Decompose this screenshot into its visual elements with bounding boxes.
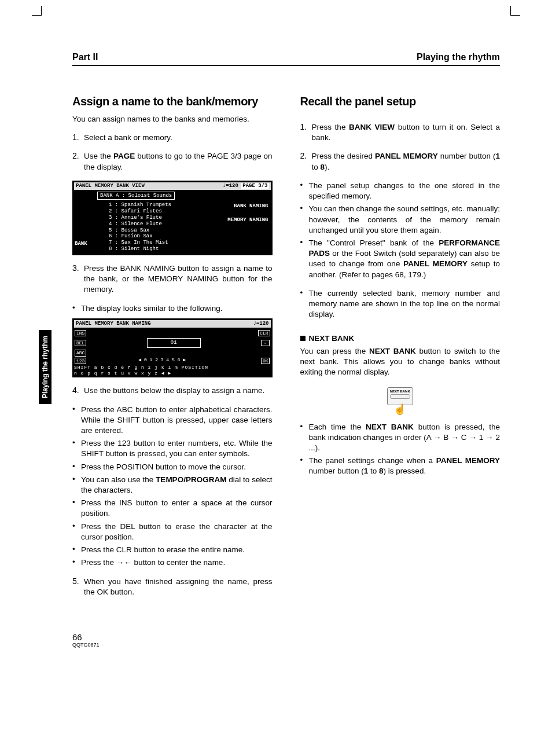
page-number: 66 — [72, 632, 273, 642]
bullet-text: Press the ABC button to enter alphabetic… — [81, 405, 273, 436]
section-title-recall: Recall the panel setup — [300, 95, 501, 108]
bullet-text: The currently selected bank, memory numb… — [309, 288, 501, 320]
section-title-assign: Assign a name to the bank/memory — [72, 95, 273, 108]
bullet-text: The panel settings change when a PANEL M… — [309, 456, 501, 476]
document-id: QQTG0671 — [72, 642, 273, 648]
square-icon — [300, 336, 306, 341]
step-2-body: Use the PAGE buttons to go to the PAGE 3… — [84, 151, 273, 172]
step-number: 1. — [300, 122, 312, 143]
next-bank-figure: NEXT BANK ☝ — [300, 386, 501, 413]
step-1-body: Select a bank or memory. — [84, 133, 273, 143]
right-column: Recall the panel setup 1. Press the BANK… — [300, 95, 501, 648]
bullet-text: You can also use the TEMPO/PROGRAM dial … — [81, 475, 273, 496]
bullet-text: Press the DEL button to erase the charac… — [81, 522, 273, 542]
bullet-text: Press the →← button to center the name. — [81, 557, 273, 568]
step-number: 1. — [72, 133, 84, 143]
hand-icon: ☝ — [300, 405, 501, 413]
page-header: Part II Playing the rhythm — [72, 52, 500, 66]
step-number: 2. — [300, 151, 312, 172]
step-4-body: Use the buttons below the display to ass… — [84, 386, 273, 396]
intro-text: You can assign names to the banks and me… — [72, 114, 273, 124]
header-right: Playing the rhythm — [417, 52, 500, 63]
next-bank-heading: NEXT BANK — [300, 334, 501, 343]
bullet-text: The display looks similar to the followi… — [81, 303, 273, 314]
screen-bank-naming: PANEL MEMORY BANK NAMING ♩=120 INS CLR D… — [72, 318, 273, 378]
bullet-text: You can then change the sound settings, … — [309, 204, 501, 236]
recall-step-1: Press the BANK VIEW button to turn it on… — [312, 122, 501, 143]
screen-bank-view: PANEL MEMORY BANK VIEW ♩=120 PAGE 3/3 BA… — [72, 181, 273, 255]
left-column: Assign a name to the bank/memory You can… — [72, 95, 273, 648]
bullet-text: Each time the NEXT BANK button is presse… — [309, 422, 501, 454]
step-number: 4. — [72, 386, 84, 396]
bullet-text: Press the 123 button to enter numbers, e… — [81, 438, 273, 459]
step-3-body: Press the BANK NAMING button to assign a… — [84, 263, 273, 295]
bullet-text: The panel setup changes to the one store… — [309, 181, 501, 201]
header-left: Part II — [72, 52, 98, 63]
step-number: 2. — [72, 151, 84, 172]
bullet-text: Press the POSITION button to move the cu… — [81, 462, 273, 472]
bullet-text: Press the CLR button to erase the entire… — [81, 545, 273, 555]
next-bank-text: You can press the NEXT BANK button to sw… — [300, 346, 501, 378]
bullet-text: The "Control Preset" bank of the PERFORM… — [309, 238, 501, 280]
bullet-text: Press the INS button to enter a space at… — [81, 498, 273, 519]
step-5-body: When you have finished assigning the nam… — [84, 577, 273, 597]
recall-step-2: Press the desired PANEL MEMORY number bu… — [312, 151, 501, 172]
step-number: 5. — [72, 577, 84, 597]
side-tab: Playing the rhythm — [39, 330, 51, 404]
step-number: 3. — [72, 263, 84, 295]
